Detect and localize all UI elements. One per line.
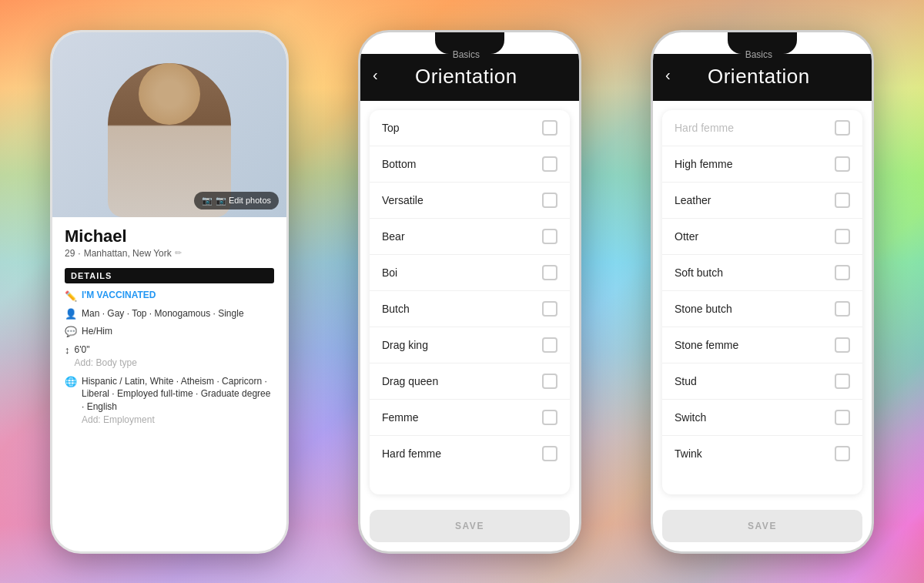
option-hard-femme-2[interactable]: Hard femme	[662, 110, 862, 146]
checkbox-versatile[interactable]	[542, 193, 557, 208]
option-stone-butch[interactable]: Stone butch	[662, 291, 862, 327]
option-top[interactable]: Top	[370, 110, 570, 146]
option-label-stone-butch: Stone butch	[675, 303, 732, 315]
profile-name: Michael	[65, 226, 274, 246]
option-drag-king[interactable]: Drag king	[370, 327, 570, 364]
option-otter[interactable]: Otter	[662, 219, 862, 255]
options-list-1: Top Bottom Versatile Bear Boi Butch	[370, 110, 570, 494]
add-employment[interactable]: Add: Employment	[82, 414, 155, 425]
edit-photos-label: 📷 Edit photos	[216, 196, 271, 206]
option-versatile[interactable]: Versatile	[370, 183, 570, 219]
checkbox-boi[interactable]	[542, 265, 557, 280]
option-label-bottom: Bottom	[382, 158, 416, 170]
details-section: DETAILS ✏️ I'M VACCINATED 👤 Man · Gay · …	[65, 268, 274, 427]
list-container-2: Hard femme High femme Leather Otter Soft…	[653, 101, 872, 551]
option-high-femme[interactable]: High femme	[662, 146, 862, 183]
option-butch[interactable]: Butch	[370, 291, 570, 327]
checkbox-twink[interactable]	[835, 446, 850, 461]
detail-height: ↕ 6'0"Add: Body type	[65, 343, 274, 370]
pencil-icon: ✏️	[65, 290, 77, 302]
option-label-high-femme: High femme	[675, 158, 732, 170]
vaccinated-text: I'M VACCINATED	[82, 290, 156, 300]
option-label-top: Top	[382, 122, 400, 134]
profile-location: Manhattan, New York	[84, 248, 172, 259]
pronouns-text: He/Him	[82, 325, 112, 338]
checkbox-bear[interactable]	[542, 229, 557, 244]
height-icon: ↕	[65, 344, 70, 356]
option-label-stud: Stud	[675, 375, 697, 387]
save-button-1[interactable]: SAVE	[370, 510, 570, 542]
checkbox-switch[interactable]	[835, 410, 850, 425]
option-label-twink: Twink	[675, 447, 702, 460]
globe-icon: 🌐	[65, 376, 77, 387]
checkbox-drag-queen[interactable]	[542, 374, 557, 389]
option-label-bear: Bear	[382, 230, 405, 243]
detail-background: 🌐 Hispanic / Latin, White · Atheism · Ca…	[65, 375, 274, 427]
checkbox-stud[interactable]	[835, 374, 850, 389]
save-button-2[interactable]: SAVE	[662, 510, 862, 542]
add-body-type[interactable]: Add: Body type	[75, 357, 137, 368]
option-stone-femme[interactable]: Stone femme	[662, 327, 862, 364]
checkbox-butch[interactable]	[542, 301, 557, 317]
checkbox-soft-butch[interactable]	[835, 265, 850, 280]
checkbox-stone-butch[interactable]	[835, 301, 850, 317]
option-leather[interactable]: Leather	[662, 183, 862, 219]
edit-location-icon[interactable]: ✏	[175, 248, 182, 258]
identity-text: Man · Gay · Top · Monogamous · Single	[82, 307, 244, 320]
option-label-soft-butch: Soft butch	[675, 266, 723, 279]
profile-age: 29	[65, 248, 75, 259]
header-2: ‹ Basics Orientation	[653, 54, 872, 101]
checkbox-drag-king[interactable]	[542, 337, 557, 353]
phone-orientation-1: ‹ Basics Orientation Top Bottom Versatil…	[358, 30, 581, 554]
back-button-2[interactable]: ‹	[665, 66, 671, 84]
back-button-1[interactable]: ‹	[373, 66, 378, 84]
option-label-femme: Femme	[382, 411, 418, 424]
option-label-leather: Leather	[675, 194, 711, 206]
option-femme[interactable]: Femme	[370, 400, 570, 436]
details-header: DETAILS	[65, 268, 274, 283]
option-label-hard-femme-1: Hard femme	[382, 447, 441, 460]
option-bear[interactable]: Bear	[370, 219, 570, 255]
checkbox-otter[interactable]	[835, 229, 850, 244]
orientation-title-2: Orientation	[671, 65, 847, 89]
phone-orientation-2: ‹ Basics Orientation Hard femme High fem…	[651, 30, 874, 554]
phone-profile: 📷 📷 Edit photos Michael 29 · Manhattan, …	[50, 30, 289, 554]
checkbox-femme[interactable]	[542, 410, 557, 425]
option-label-hard-femme-2: Hard femme	[675, 122, 734, 134]
chat-icon: 💬	[65, 326, 77, 337]
detail-identity: 👤 Man · Gay · Top · Monogamous · Single	[65, 307, 274, 320]
height-text: 6'0"Add: Body type	[75, 343, 137, 370]
checkbox-hard-femme-1[interactable]	[542, 446, 557, 461]
option-label-drag-queen: Drag queen	[382, 375, 438, 387]
detail-pronouns: 💬 He/Him	[65, 325, 274, 338]
option-soft-butch[interactable]: Soft butch	[662, 255, 862, 291]
option-switch[interactable]: Switch	[662, 400, 862, 436]
header-1: ‹ Basics Orientation	[360, 54, 579, 101]
options-list-2: Hard femme High femme Leather Otter Soft…	[662, 110, 862, 494]
option-bottom[interactable]: Bottom	[370, 146, 570, 183]
option-boi[interactable]: Boi	[370, 255, 570, 291]
background-text: Hispanic / Latin, White · Atheism · Capr…	[82, 375, 274, 427]
checkbox-top[interactable]	[542, 120, 557, 136]
basics-label-2: Basics	[671, 49, 847, 60]
checkbox-bottom[interactable]	[542, 156, 557, 172]
option-stud[interactable]: Stud	[662, 364, 862, 400]
checkbox-hard-femme-2[interactable]	[835, 120, 850, 136]
detail-vaccinated: ✏️ I'M VACCINATED	[65, 290, 274, 302]
option-label-stone-femme: Stone femme	[675, 339, 738, 351]
option-drag-queen[interactable]: Drag queen	[370, 364, 570, 400]
profile-info: Michael 29 · Manhattan, New York ✏ DETAI…	[52, 217, 286, 551]
option-label-switch: Switch	[675, 411, 706, 424]
edit-photos-button[interactable]: 📷 📷 Edit photos	[194, 192, 279, 209]
camera-icon: 📷	[202, 196, 213, 206]
orientation-title-1: Orientation	[378, 65, 554, 89]
option-twink[interactable]: Twink	[662, 436, 862, 471]
profile-photo: 📷 📷 Edit photos	[52, 32, 286, 217]
checkbox-high-femme[interactable]	[835, 156, 850, 172]
checkbox-leather[interactable]	[835, 193, 850, 208]
checkbox-stone-femme[interactable]	[835, 337, 850, 353]
option-label-boi: Boi	[382, 266, 397, 279]
option-hard-femme-1[interactable]: Hard femme	[370, 436, 570, 471]
profile-age-location: 29 · Manhattan, New York ✏	[65, 248, 274, 259]
basics-label-1: Basics	[378, 49, 554, 60]
